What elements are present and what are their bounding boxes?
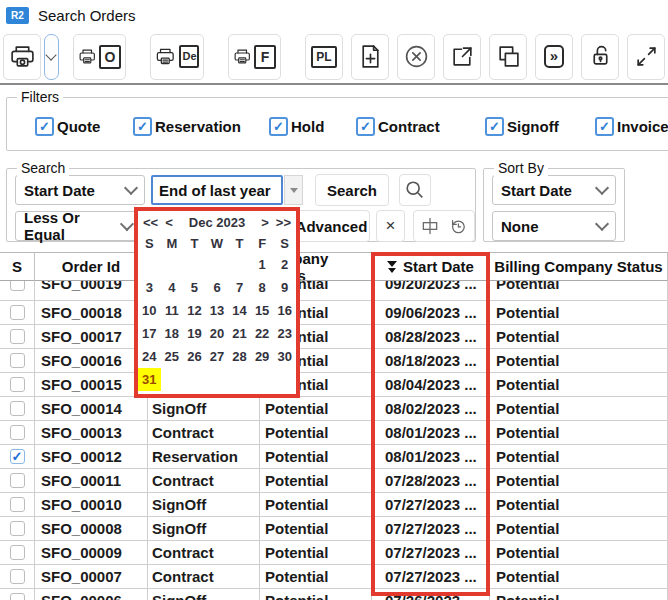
row-select-cell[interactable]	[0, 493, 35, 516]
company-status-cell[interactable]: Potential	[260, 445, 372, 468]
table-row-sfo_00015[interactable]: SFO_00015Potential08/04/2023 ...Potentia…	[0, 373, 668, 397]
history-button[interactable]	[444, 212, 472, 240]
next-year-button[interactable]: >>	[276, 215, 291, 230]
calendar-day[interactable]: 24	[138, 345, 161, 368]
company-status-cell[interactable]: Potential	[260, 517, 372, 540]
billing-company-status-cell[interactable]: Potential	[490, 325, 668, 348]
calendar-day[interactable]: 30	[273, 345, 296, 368]
order-id-cell[interactable]: SFO_00013	[35, 421, 148, 444]
calendar-day[interactable]: 9	[273, 276, 296, 299]
checkbox-checked-icon[interactable]: ✓	[595, 117, 614, 136]
calendar-day[interactable]: 13	[206, 299, 229, 322]
table-row-sfo_00019[interactable]: SFO_00019Potential09/20/2023 ...Potentia…	[0, 281, 668, 301]
print-delivery-button[interactable]: De	[150, 34, 204, 80]
table-row-sfo_00010[interactable]: SFO_00010SignOffPotential07/27/2023 ...P…	[0, 493, 668, 517]
company-status-cell[interactable]: Potential	[260, 469, 372, 492]
billing-company-status-cell[interactable]: Potential	[490, 517, 668, 540]
order-id-cell[interactable]: SFO_00018	[35, 301, 148, 324]
calendar-day[interactable]: 22	[251, 322, 274, 345]
start-date-cell[interactable]: 08/04/2023 ...	[372, 373, 490, 396]
table-row-sfo_00013[interactable]: SFO_00013ContractPotential08/01/2023 ...…	[0, 421, 668, 445]
filter-signoff[interactable]: ✓Signoff	[485, 117, 559, 136]
start-date-cell[interactable]: 08/01/2023 ...	[372, 421, 490, 444]
order-status-cell[interactable]: SignOff	[148, 589, 260, 600]
row-checkbox[interactable]	[10, 593, 25, 600]
billing-company-status-cell[interactable]: Potential	[490, 421, 668, 444]
column-header-billing-company-status[interactable]: Billing Company Status	[490, 253, 668, 281]
prev-month-button[interactable]: <	[165, 215, 173, 230]
order-id-cell[interactable]: SFO_00011	[35, 469, 148, 492]
company-status-cell[interactable]: Potential	[260, 589, 372, 600]
table-row-sfo_00006[interactable]: SFO_00006SignOffPotential07/26/2023 ...P…	[0, 589, 668, 600]
start-date-cell[interactable]: 08/01/2023 ...	[372, 445, 490, 468]
start-date-cell[interactable]: 07/27/2023 ...	[372, 541, 490, 564]
open-external-button[interactable]	[443, 34, 481, 80]
row-checkbox[interactable]	[10, 377, 25, 392]
print-dropdown-button[interactable]	[44, 34, 59, 80]
row-checkbox[interactable]	[10, 545, 25, 560]
row-checkbox[interactable]	[10, 401, 25, 416]
billing-company-status-cell[interactable]: Potential	[490, 589, 668, 600]
calendar-day[interactable]: 25	[161, 345, 184, 368]
row-checkbox[interactable]	[10, 329, 25, 344]
company-status-cell[interactable]: Potential	[260, 565, 372, 588]
filter-hold[interactable]: ✓Hold	[269, 117, 324, 136]
calendar-day[interactable]: 12	[183, 299, 206, 322]
checkbox-checked-icon[interactable]: ✓	[133, 117, 152, 136]
row-checkbox[interactable]	[10, 521, 25, 536]
order-id-cell[interactable]: SFO_00008	[35, 517, 148, 540]
table-row-sfo_00016[interactable]: SFO_00016Potential08/18/2023 ...Potentia…	[0, 349, 668, 373]
billing-company-status-cell[interactable]: Potential	[490, 445, 668, 468]
start-date-cell[interactable]: 07/27/2023 ...	[372, 493, 490, 516]
calendar-day[interactable]: 17	[138, 322, 161, 345]
start-date-cell[interactable]: 09/20/2023 ...	[372, 281, 490, 300]
billing-company-status-cell[interactable]: Potential	[490, 349, 668, 372]
search-field-select[interactable]: Start Date	[15, 175, 145, 205]
calendar-day[interactable]: 15	[251, 299, 274, 322]
print-button[interactable]	[3, 34, 41, 80]
row-checkbox[interactable]	[10, 497, 25, 512]
calendar-day[interactable]: 27	[206, 345, 229, 368]
checkbox-checked-icon[interactable]: ✓	[356, 117, 375, 136]
calendar-day[interactable]: 20	[206, 322, 229, 345]
table-row-sfo_00011[interactable]: SFO_00011ContractPotential07/28/2023 ...…	[0, 469, 668, 493]
billing-company-status-cell[interactable]: Potential	[490, 469, 668, 492]
sort-primary-select[interactable]: Start Date	[492, 175, 616, 205]
start-date-cell[interactable]: 08/28/2023 ...	[372, 325, 490, 348]
table-row-sfo_00017[interactable]: SFO_00017Potential08/28/2023 ...Potentia…	[0, 325, 668, 349]
sort-secondary-select[interactable]: None	[492, 211, 616, 241]
row-select-cell[interactable]	[0, 445, 35, 468]
search-value-input[interactable]: End of last year	[151, 175, 283, 205]
table-row-sfo_00018[interactable]: SFO_00018Potential09/06/2023 ...Potentia…	[0, 301, 668, 325]
cancel-button[interactable]	[397, 34, 435, 80]
row-checkbox[interactable]	[10, 281, 25, 291]
calendar-day[interactable]: 31	[138, 368, 161, 391]
calendar-day[interactable]: 10	[138, 299, 161, 322]
table-row-sfo_00008[interactable]: SFO_00008SignOffPotential07/27/2023 ...P…	[0, 517, 668, 541]
billing-company-status-cell[interactable]: Potential	[490, 281, 668, 300]
filter-reservation[interactable]: ✓Reservation	[133, 117, 241, 136]
start-date-cell[interactable]: 08/02/2023 ...	[372, 397, 490, 420]
start-date-cell[interactable]: 07/28/2023 ...	[372, 469, 490, 492]
print-form-button[interactable]: F	[228, 34, 281, 80]
order-id-cell[interactable]: SFO_00016	[35, 349, 148, 372]
magnifier-button[interactable]	[399, 174, 431, 206]
order-id-cell[interactable]: SFO_00014	[35, 397, 148, 420]
start-date-cell[interactable]: 08/18/2023 ...	[372, 349, 490, 372]
row-checkbox[interactable]	[10, 449, 25, 464]
search-button[interactable]: Search	[315, 174, 389, 206]
row-checkbox[interactable]	[10, 353, 25, 368]
row-select-cell[interactable]	[0, 517, 35, 540]
calendar-day[interactable]: 23	[273, 322, 296, 345]
order-id-cell[interactable]: SFO_00017	[35, 325, 148, 348]
billing-company-status-cell[interactable]: Potential	[490, 397, 668, 420]
order-status-cell[interactable]: Contract	[148, 421, 260, 444]
row-select-cell[interactable]	[0, 421, 35, 444]
start-date-cell[interactable]: 07/27/2023 ...	[372, 565, 490, 588]
company-status-cell[interactable]: Potential	[260, 493, 372, 516]
calendar-day[interactable]: 28	[228, 345, 251, 368]
table-row-sfo_00012[interactable]: SFO_00012ReservationPotential08/01/2023 …	[0, 445, 668, 469]
row-select-cell[interactable]	[0, 469, 35, 492]
calendar-day[interactable]: 11	[161, 299, 184, 322]
calendar-day[interactable]: 3	[138, 276, 161, 299]
